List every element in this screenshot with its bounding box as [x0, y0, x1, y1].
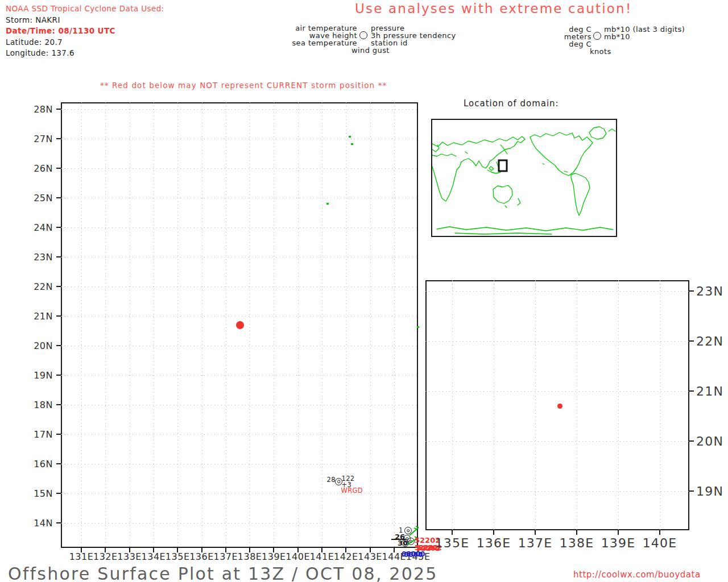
- x-gridline: [660, 280, 660, 530]
- station-circle-icon: [359, 31, 367, 39]
- antarctica-coast: [437, 227, 613, 234]
- y-gridline: [61, 405, 418, 405]
- y-gridline: [61, 139, 418, 139]
- cluster-overlapping-ship-ids: 0000: [406, 550, 425, 558]
- australia-nz: [493, 185, 520, 207]
- storm-longitude: Longitude: 137.6: [6, 48, 164, 59]
- y-tick-mark: [56, 315, 61, 317]
- y-gridline: [61, 316, 418, 317]
- x-tick-label: 140E: [286, 551, 310, 562]
- inset-title: Location of domain:: [464, 98, 559, 109]
- y-tick-label: 15N: [28, 488, 53, 499]
- y-tick-label: 22N: [28, 281, 53, 292]
- y-tick-mark: [56, 522, 61, 523]
- y-gridline: [61, 109, 418, 110]
- x-gridline: [81, 102, 82, 548]
- y-tick-mark: [56, 256, 61, 257]
- y-gridline: [61, 257, 418, 257]
- x-gridline: [154, 102, 154, 548]
- y-tick-label: 19N: [28, 370, 53, 381]
- legend-wind-gust: wind gust: [351, 46, 390, 55]
- x-tick-label: 134E: [142, 551, 166, 562]
- y-tick-mark: [56, 434, 61, 435]
- island-mark: [417, 326, 419, 328]
- y-gridline: [61, 346, 418, 346]
- y-gridline: [61, 286, 418, 287]
- x-tick-mark: [493, 530, 494, 535]
- y-tick-label: 14N: [28, 518, 53, 529]
- x-gridline: [298, 102, 299, 548]
- x-tick-label: 139E: [262, 551, 286, 562]
- x-tick-mark: [659, 530, 660, 535]
- storm-position-dot: [236, 321, 244, 329]
- x-gridline: [577, 280, 577, 530]
- north-america-coast: [530, 132, 593, 176]
- x-tick-label: 133E: [117, 551, 142, 562]
- y-tick-mark: [56, 109, 61, 110]
- y-tick-mark: [689, 390, 694, 392]
- x-tick-label: 131E: [69, 551, 94, 562]
- y-tick-mark: [689, 340, 694, 342]
- y-tick-label: 28N: [28, 104, 53, 115]
- africa-coast: [432, 162, 461, 201]
- y-tick-label: 25N: [28, 193, 53, 203]
- y-gridline: [61, 375, 418, 376]
- storm-latitude: Latitude: 20.7: [6, 37, 164, 48]
- y-tick-mark: [56, 404, 61, 405]
- x-gridline: [370, 102, 371, 548]
- y-tick-label: 19N: [696, 484, 723, 498]
- x-tick-label: 136E: [189, 551, 214, 562]
- y-gridline: [61, 434, 418, 435]
- data-source-line: NOAA SSD Tropical Cyclone Data Used:: [6, 3, 164, 15]
- x-gridline: [494, 280, 494, 530]
- south-america-coast: [571, 173, 590, 215]
- y-tick-label: 22N: [696, 334, 723, 348]
- x-tick-label: 137E: [213, 551, 238, 562]
- y-tick-mark: [56, 197, 61, 198]
- station-air-temp: 28: [327, 476, 336, 484]
- y-tick-mark: [56, 168, 61, 169]
- y-tick-mark: [56, 286, 61, 287]
- island-mark: [351, 143, 353, 145]
- x-gridline: [202, 102, 202, 548]
- page-title: Offshore Surface Plot at 13Z / OCT 08, 2…: [8, 564, 438, 582]
- x-tick-label: 142E: [334, 551, 358, 562]
- storm-datetime: Date/Time: 08/1130 UTC: [6, 26, 164, 37]
- x-tick-label: 138E: [238, 551, 262, 562]
- y-tick-mark: [56, 463, 61, 464]
- y-gridline: [61, 493, 418, 494]
- y-gridline: [61, 464, 418, 464]
- y-tick-mark: [689, 490, 694, 492]
- y-tick-label: 16N: [28, 459, 53, 469]
- x-tick-label: 139E: [601, 536, 636, 550]
- x-gridline: [250, 102, 250, 548]
- eurasia-coast: [432, 136, 525, 168]
- storm-info-block: NOAA SSD Tropical Cyclone Data Used: Sto…: [6, 3, 164, 59]
- y-tick-label: 23N: [28, 252, 53, 263]
- y-gridline: [425, 491, 689, 492]
- y-gridline: [425, 291, 689, 292]
- x-tick-label: 138E: [560, 536, 594, 550]
- small-islands: [465, 152, 568, 172]
- island-mark: [349, 136, 351, 138]
- greenland: [589, 127, 615, 139]
- world-map: [432, 120, 616, 236]
- x-gridline: [322, 102, 322, 548]
- y-tick-mark: [689, 440, 694, 442]
- europe-mediterranean: [432, 145, 456, 156]
- y-tick-label: 24N: [28, 222, 53, 233]
- y-tick-label: 20N: [696, 434, 723, 448]
- x-gridline: [226, 102, 226, 548]
- x-gridline: [274, 102, 274, 548]
- x-gridline: [177, 102, 178, 548]
- source-url-link[interactable]: http://coolwx.com/buoydata: [573, 569, 701, 580]
- x-tick-mark: [618, 530, 619, 535]
- island-mark: [326, 203, 329, 205]
- y-tick-label: 27N: [28, 134, 53, 144]
- x-tick-label: 140E: [643, 536, 677, 550]
- y-tick-label: 21N: [28, 311, 53, 322]
- y-tick-label: 18N: [28, 400, 53, 410]
- y-tick-mark: [56, 345, 61, 346]
- y-gridline: [425, 441, 689, 442]
- x-tick-label: 143E: [358, 551, 382, 562]
